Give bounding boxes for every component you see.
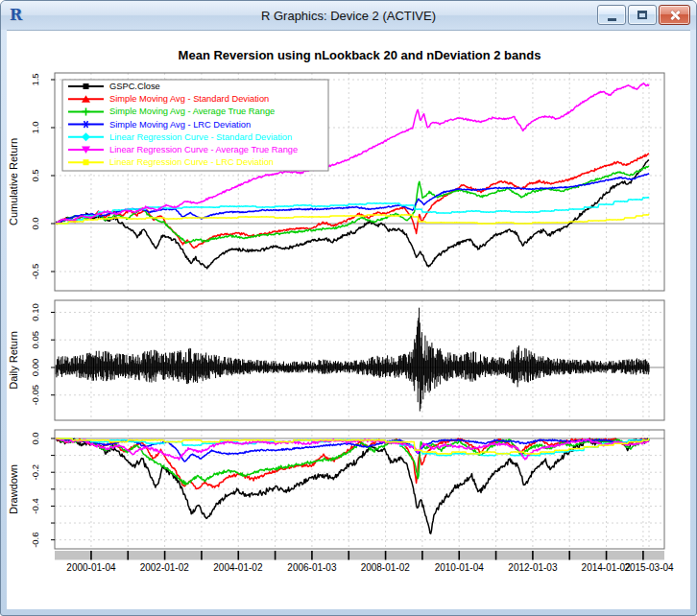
xtick-label: 2010-01-04 xyxy=(435,562,485,573)
restore-icon xyxy=(637,11,647,19)
xtick-label: 2008-01-02 xyxy=(361,562,411,573)
legend-label: Linear Regression Curve - Average True R… xyxy=(109,145,298,154)
panel-drawdown: 0.0-0.2-0.4-0.6Drawdown xyxy=(8,430,664,549)
axis-title-cumulative-return: Cumulative Return xyxy=(8,138,19,225)
ytick-label-daily-return: 0.10 xyxy=(30,303,40,321)
minimize-button[interactable] xyxy=(597,5,626,25)
ytick-label-drawdown: -0.2 xyxy=(30,464,40,480)
r-graphics-window: R R Graphics: Device 2 (ACTIVE) Mean Rev… xyxy=(0,0,697,616)
window-title: R Graphics: Device 2 (ACTIVE) xyxy=(1,9,696,23)
ytick-label-drawdown: 0.0 xyxy=(30,432,40,444)
ytick-label-daily-return: -0.05 xyxy=(30,385,40,406)
series-gspc-close-cumulative-return xyxy=(56,160,649,269)
legend-label: Simple Moving Avg - LRC Deviation xyxy=(109,120,251,130)
xtick-label: 2006-01-03 xyxy=(287,562,337,573)
legend-label: Linear Regression Curve - LRC Deviation xyxy=(109,157,274,167)
ytick-label-cumulative-return: 1.5 xyxy=(30,73,40,85)
ytick-label-drawdown: -0.6 xyxy=(30,532,40,547)
ytick-label-cumulative-return: 1.0 xyxy=(30,121,40,133)
window-controls xyxy=(595,5,690,25)
close-icon xyxy=(668,10,682,21)
ytick-label-cumulative-return: -0.5 xyxy=(30,264,40,279)
legend-label: GSPC.Close xyxy=(109,82,160,91)
plot-canvas: Mean Reversion using nLookback 20 and nD… xyxy=(7,30,690,609)
x-axis-strip: 2000-01-042002-01-022004-01-022006-01-03… xyxy=(55,551,674,573)
axis-title-drawdown: Drawdown xyxy=(8,464,19,514)
legend: GSPC.CloseSimple Moving Avg - Standard D… xyxy=(62,80,328,171)
close-button[interactable] xyxy=(659,5,690,25)
xtick-label: 2002-01-02 xyxy=(140,562,190,573)
legend-label: Linear Regression Curve - Standard Devia… xyxy=(109,132,292,142)
ytick-label-drawdown: -0.4 xyxy=(30,498,40,513)
xtick-label: 2015-03-04 xyxy=(624,562,674,573)
ytick-label-daily-return: 0.00 xyxy=(30,359,40,377)
xtick-label: 2012-01-03 xyxy=(508,562,558,573)
ytick-label-cumulative-return: 0.0 xyxy=(30,217,40,229)
axis-title-daily-return: Daily Return xyxy=(8,331,19,390)
restore-button[interactable] xyxy=(628,5,657,25)
performance-summary-chart: -0.50.00.51.01.5Cumulative Return-0.050.… xyxy=(7,31,690,610)
titlebar[interactable]: R R Graphics: Device 2 (ACTIVE) xyxy=(1,1,696,30)
legend-label: Simple Moving Avg - Average True Range xyxy=(109,107,275,116)
xtick-label: 2004-01-02 xyxy=(213,562,263,573)
legend-label: Simple Moving Avg - Standard Deviation xyxy=(109,94,269,104)
panel-daily-return: -0.050.000.050.10Daily Return xyxy=(8,300,664,420)
ytick-label-cumulative-return: 0.5 xyxy=(30,169,40,181)
series-gspc-close-daily-return xyxy=(56,308,649,412)
ytick-label-daily-return: 0.05 xyxy=(30,331,40,349)
minimize-icon xyxy=(608,18,616,21)
xtick-label: 2000-01-04 xyxy=(66,562,116,573)
